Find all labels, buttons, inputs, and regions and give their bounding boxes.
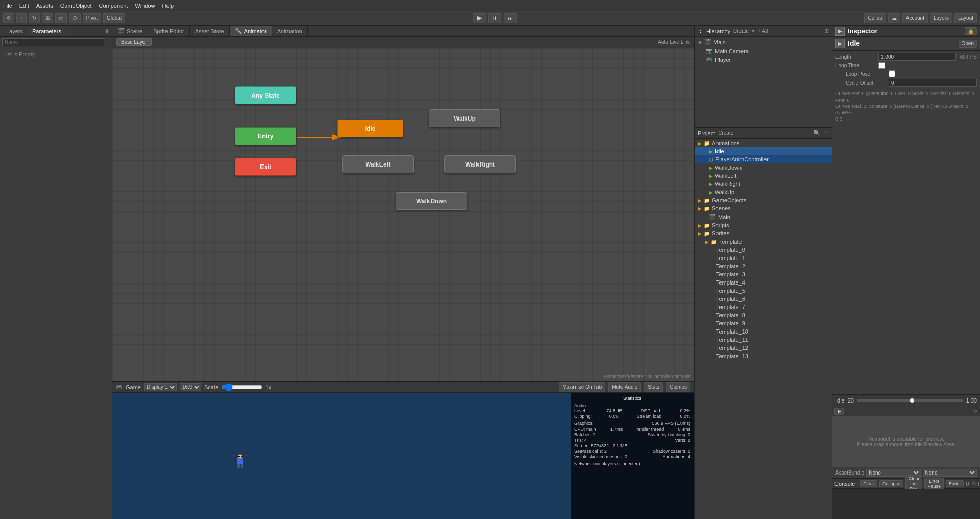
cloud-btn[interactable]: ☁ [888,13,900,23]
project-more-icon[interactable]: ⋯ [823,130,829,136]
project-ctrl-playeranim[interactable]: ⬡ PlayerAnimController [695,155,832,163]
play-button[interactable]: ▶ [473,13,486,23]
hier-item-player[interactable]: 🎮 Player [703,55,831,64]
maximize-on-tab-btn[interactable]: Maximize On Tab [559,382,605,392]
project-template-9[interactable]: Template_9 [695,319,832,327]
state-idle[interactable]: Idle [337,120,403,137]
tab-animation[interactable]: Animation [272,26,308,36]
stats-btn[interactable]: Stats [644,382,663,392]
account-btn[interactable]: Account [902,13,928,23]
console-clear-btn[interactable]: Clear [860,480,877,487]
step-button[interactable]: ⏭ [504,13,517,23]
console-editor-btn[interactable]: Editor [946,480,964,487]
project-folder-template[interactable]: ▶ 📁 Template [695,238,832,246]
project-create-btn[interactable]: Create [718,130,733,136]
project-template-0[interactable]: Template_0 [695,246,832,254]
state-walk-left[interactable]: WalkLeft [342,155,414,173]
menu-help[interactable]: Help [162,3,174,9]
tab-scene[interactable]: 🎬 Scene [112,26,148,36]
pivot-btn[interactable]: Pivot [83,13,101,23]
template-3-label: Template_3 [716,271,745,277]
mute-audio-btn[interactable]: Mute Audio [608,382,641,392]
state-exit[interactable]: Exit [235,158,296,176]
asset-bundle-none-select[interactable]: None [923,469,977,477]
display-select[interactable]: Display 1 [144,383,177,391]
state-entry[interactable]: Entry [235,127,296,145]
scrubber-track[interactable] [857,399,963,402]
project-file-walkleft[interactable]: ▶ WalkLeft [695,172,832,180]
scale-slider[interactable] [222,383,262,391]
project-folder-sprites[interactable]: ▶ 📁 Sprites [695,229,832,238]
aspect-select[interactable]: 16:9 [180,383,201,391]
preview-canvas[interactable]: No model is available for preview. Pleas… [832,416,980,467]
project-template-3[interactable]: Template_3 [695,270,832,278]
pause-button[interactable]: ⏸ [488,13,501,23]
layers-btn[interactable]: Layers [930,13,952,23]
hier-item-main-scene[interactable]: ▶ 🎬 Main [696,38,831,46]
menu-file[interactable]: File [3,3,12,9]
project-folder-animations[interactable]: ▶ 📁 Animations [695,139,832,147]
move-tool-btn[interactable]: ✥ [3,13,14,23]
project-template-5[interactable]: Template_5 [695,287,832,295]
rect-tool-btn[interactable]: ▭ [55,13,67,23]
project-scene-main[interactable]: 🎬 Main [695,213,832,221]
collab-btn[interactable]: Collab [864,13,886,23]
console-collapse-btn[interactable]: Collapse [879,480,903,487]
state-walk-right[interactable]: WalkRight [444,155,516,173]
inspector-lock-btn[interactable]: 🔒 [965,27,977,35]
project-template-11[interactable]: Template_11 [695,336,832,344]
state-walk-down[interactable]: WalkDown [396,192,467,210]
state-any-state[interactable]: Any State [235,86,296,104]
menu-gameobject[interactable]: GameObject [60,3,92,9]
hier-item-main-camera[interactable]: 📷 Main Camera [703,46,831,55]
rotate-tool-btn[interactable]: ↻ [29,13,40,23]
menu-edit[interactable]: Edit [19,3,29,9]
project-template-13[interactable]: Template_13 [695,352,832,360]
project-template-12[interactable]: Template_12 [695,344,832,352]
loop-pose-checkbox[interactable] [889,70,895,77]
hierarchy-all-btn[interactable]: + All [758,28,768,34]
project-folder-scripts[interactable]: ▶ 📁 Scripts [695,221,832,229]
loop-time-checkbox[interactable] [878,62,885,69]
tab-sprite-editor[interactable]: Sprite Editor [148,26,190,36]
scrubber-thumb[interactable] [910,398,914,403]
menu-assets[interactable]: Assets [36,3,53,9]
menu-component[interactable]: Component [99,3,128,9]
project-folder-gameobjects[interactable]: ▶ 📁 GameObjects [695,196,832,204]
project-file-idle[interactable]: ▶ Idle [695,147,832,155]
global-btn[interactable]: Global [103,13,125,23]
project-template-4[interactable]: Template_4 [695,278,832,287]
menu-window[interactable]: Window [135,3,155,9]
layout-btn[interactable]: Layout [954,13,977,23]
add-parameter-btn[interactable]: + [106,39,110,46]
base-layer-btn[interactable]: Base Layer [116,38,152,46]
project-search-icon[interactable]: 🔍 [813,130,820,136]
tab-layers[interactable]: Layers [2,27,27,35]
length-input[interactable] [878,53,956,61]
tab-animator[interactable]: 🔧 Animator [230,26,272,36]
project-template-7[interactable]: Template_7 [695,303,832,311]
open-clip-btn[interactable]: Open [959,40,977,48]
gizmos-btn[interactable]: Gizmos [666,382,690,392]
add-tool-btn[interactable]: + [16,13,27,23]
console-error-pause-btn[interactable]: Error Pause [924,478,944,490]
project-template-10[interactable]: Template_10 [695,327,832,336]
animator-canvas[interactable]: Any State Entry Exit Idle WalkUp [112,48,694,381]
state-walk-up[interactable]: WalkUp [429,109,500,127]
tab-parameters[interactable]: Parameters [28,27,65,35]
project-file-walkright[interactable]: ▶ WalkRight [695,180,832,188]
preview-play-btn[interactable]: ▶ [834,408,844,415]
project-template-1[interactable]: Template_1 [695,254,832,262]
project-file-walkdown[interactable]: ▶ WalkDown [695,163,832,172]
scale-tool-btn[interactable]: ⊞ [42,13,53,23]
project-folder-scenes[interactable]: ▶ 📁 Scenes [695,204,832,213]
project-template-8[interactable]: Template_8 [695,311,832,319]
project-template-6[interactable]: Template_6 [695,295,832,303]
transform-tool-btn[interactable]: ⬡ [69,13,81,23]
tab-asset-store[interactable]: Asset Store [190,26,230,36]
cycle-offset-input[interactable] [889,79,977,87]
project-file-walkup[interactable]: ▶ WalkUp [695,188,832,196]
project-template-2[interactable]: Template_2 [695,262,832,270]
hierarchy-create-btn[interactable]: Create [733,28,749,34]
name-input[interactable] [2,38,104,46]
